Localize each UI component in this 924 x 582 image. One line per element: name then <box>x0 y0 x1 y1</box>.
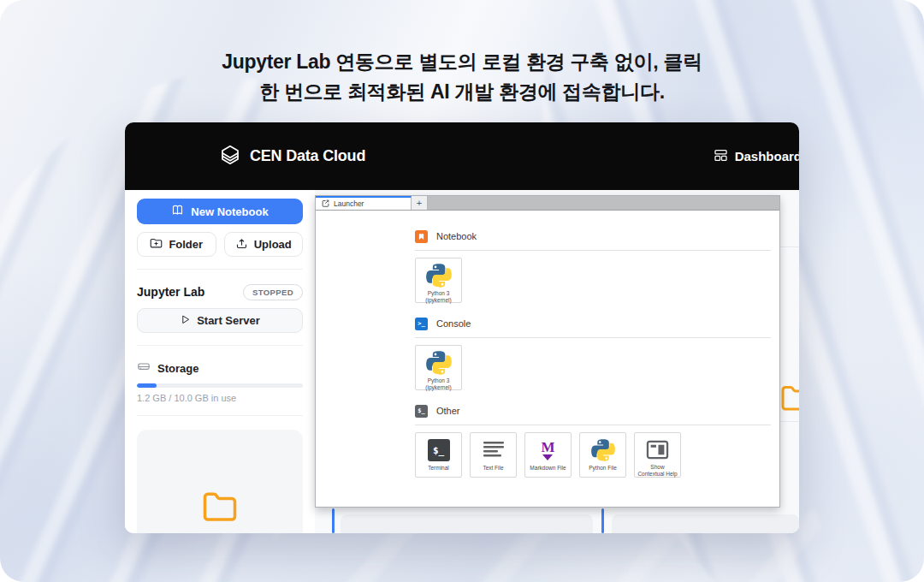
tile-label: Show Contextual Help <box>635 464 680 477</box>
other-tiles: $_ Terminal <box>415 432 771 478</box>
start-server-button[interactable]: Start Server <box>137 308 303 333</box>
storage-progress-fill <box>137 383 157 388</box>
headline-line-2: 한 번으로 최적화된 AI 개발 환경에 접속합니다. <box>0 77 924 107</box>
markdown-icon: M <box>541 437 554 463</box>
tile-label: Terminal <box>426 465 451 472</box>
tile-label: Python 3 (ipykernel) <box>424 377 453 390</box>
console-icon: >_ <box>415 318 428 330</box>
new-notebook-button[interactable]: New Notebook <box>137 199 303 224</box>
play-icon <box>180 314 191 328</box>
card-accent-bar <box>601 508 604 533</box>
brand-name: CEN Data Cloud <box>250 147 365 165</box>
new-tab-button[interactable]: + <box>412 196 428 210</box>
sidebar-divider <box>137 269 303 270</box>
headline-line-1: Jupyter Lab 연동으로 별도의 로컬 환경 구축 없이, 클릭 <box>0 47 924 77</box>
section-console-label: Console <box>436 318 471 329</box>
folder-icon <box>202 490 238 529</box>
nav-dashboard[interactable]: Dashboard <box>714 122 799 190</box>
section-rule <box>415 337 771 338</box>
launcher-tile-text-file[interactable]: Text File <box>470 432 517 478</box>
storage-label: Storage <box>157 362 198 375</box>
launcher-tab-bar: Launcher + <box>316 196 779 211</box>
jupyter-launcher-panel: Launcher + Notebook <box>315 195 780 508</box>
launcher-tile-markdown-file[interactable]: M Markdown File <box>524 432 572 478</box>
launcher-tile-python-file[interactable]: Python File <box>579 432 626 478</box>
section-rule <box>415 250 771 251</box>
contextual-help-icon <box>646 437 669 462</box>
terminal-icon: $_ <box>428 437 450 463</box>
launcher-tab-label: Launcher <box>334 199 364 208</box>
upload-button-label: Upload <box>254 238 292 251</box>
storage-drive-icon <box>137 359 151 377</box>
python-icon <box>591 437 615 463</box>
status-badge: STOPPED <box>243 284 303 300</box>
background-art: Jupyter Lab 연동으로 별도의 로컬 환경 구축 없이, 클릭 한 번… <box>0 0 924 582</box>
section-notebook-header: Notebook <box>415 229 771 243</box>
launcher-tile-terminal[interactable]: $_ Terminal <box>415 432 462 478</box>
section-other-header: $_ Other <box>415 404 771 418</box>
folder-button-label: Folder <box>169 238 203 251</box>
launcher-body: Notebook <box>316 211 779 478</box>
console-tiles: Python 3 (ipykernel) <box>415 345 771 390</box>
section-rule <box>415 425 771 425</box>
notebook-icon <box>415 230 428 243</box>
text-file-icon <box>483 437 505 463</box>
brand: CEN Data Cloud <box>219 122 365 190</box>
launcher-tile-python-console[interactable]: Python 3 (ipykernel) <box>415 345 462 390</box>
folder-plus-icon <box>150 237 163 252</box>
notebook-tiles: Python 3 (ipykernel) <box>415 258 771 303</box>
sidebar: New Notebook Folder <box>125 190 315 533</box>
launcher-tab-icon <box>322 199 329 209</box>
terminal-icon: $_ <box>415 405 428 418</box>
underlay-card <box>612 514 799 533</box>
jupyter-lab-label: Jupyter Lab <box>137 285 204 299</box>
sidebar-folder-card[interactable] <box>137 430 303 533</box>
app-body: New Notebook Folder <box>125 190 799 533</box>
section-console: >_ Console <box>415 317 771 390</box>
cen-logo-icon <box>219 144 241 169</box>
sidebar-divider <box>137 345 303 346</box>
tile-label: Text File <box>481 465 505 472</box>
storage-row: Storage <box>137 359 303 377</box>
headline: Jupyter Lab 연동으로 별도의 로컬 환경 구축 없이, 클릭 한 번… <box>0 47 924 107</box>
section-notebook-label: Notebook <box>436 231 477 241</box>
tile-label: Markdown File <box>528 465 567 472</box>
underlay-card <box>341 514 593 533</box>
start-server-label: Start Server <box>197 314 260 327</box>
folder-icon <box>780 383 799 418</box>
sidebar-button-row: Folder Upload <box>137 232 303 257</box>
tab-launcher[interactable]: Launcher <box>316 196 412 210</box>
upload-icon <box>235 237 248 252</box>
storage-usage-text: 1.2 GB / 10.0 GB in use <box>137 393 303 403</box>
launcher-tile-python-notebook[interactable]: Python 3 (ipykernel) <box>415 258 462 303</box>
app-screenshot-card: CEN Data Cloud Dashboard <box>125 122 799 533</box>
python-icon <box>426 263 452 288</box>
section-other-label: Other <box>436 406 460 416</box>
tile-label: Python 3 (ipykernel) <box>424 290 453 303</box>
folder-button[interactable]: Folder <box>137 232 216 257</box>
section-notebook: Notebook <box>415 229 771 303</box>
card-accent-bar <box>332 508 335 533</box>
section-other: $_ Other $_ Terminal <box>415 404 771 478</box>
nav-dashboard-label: Dashboard <box>735 149 799 163</box>
jupyter-lab-row: Jupyter Lab STOPPED <box>137 284 303 300</box>
new-notebook-label: New Notebook <box>191 205 268 218</box>
dashboard-icon <box>714 148 728 165</box>
section-console-header: >_ Console <box>415 317 771 330</box>
launcher-tile-contextual-help[interactable]: Show Contextual Help <box>634 432 681 478</box>
notebook-book-icon <box>171 204 184 219</box>
sidebar-divider <box>137 415 303 416</box>
upload-button[interactable]: Upload <box>224 232 304 257</box>
python-icon <box>426 350 452 376</box>
tile-label: Python File <box>587 465 619 472</box>
app-header: CEN Data Cloud Dashboard <box>125 122 799 190</box>
storage-progress-bar <box>137 383 303 388</box>
